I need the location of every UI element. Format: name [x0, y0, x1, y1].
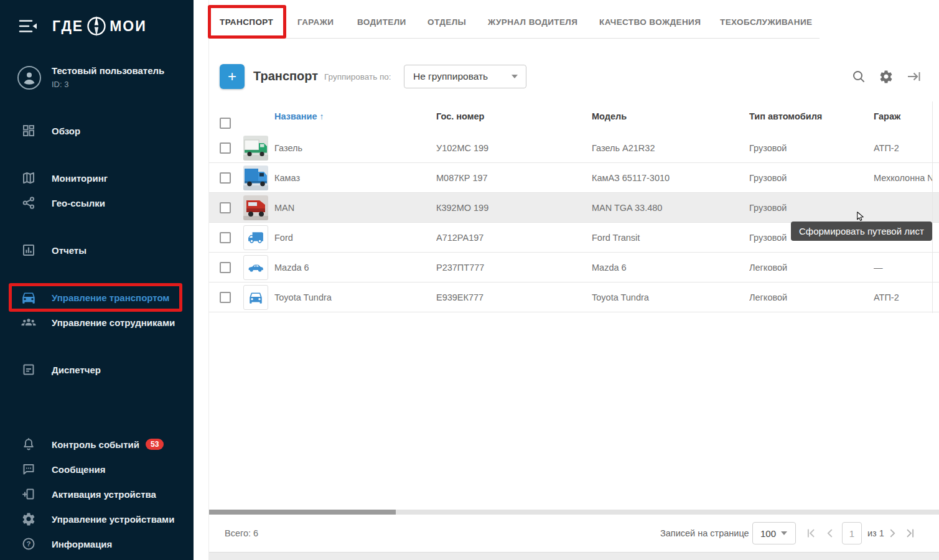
vehicle-garage: Мехколонна №	[874, 163, 932, 193]
chevron-down-icon	[781, 531, 787, 535]
column-header-name[interactable]: Название↑	[274, 111, 324, 121]
svg-text:?: ?	[26, 540, 30, 548]
collapse-panel-icon[interactable]	[906, 69, 921, 84]
tab-водители[interactable]: ВОДИТЕЛИ	[357, 17, 406, 27]
sidebar-item-label: Мониторинг	[52, 173, 108, 184]
tooltip: Сформировать путевой лист	[791, 222, 932, 241]
table-right-divider	[932, 101, 933, 313]
column-header-garage[interactable]: Гараж	[874, 111, 900, 121]
page-of-label: из 1	[867, 528, 884, 538]
table-row[interactable]: Газель У102МС 199 Газель А21R32 Грузовой…	[209, 133, 939, 163]
per-page-value: 100	[760, 528, 776, 539]
tab-журнал-водителя[interactable]: ЖУРНАЛ ВОДИТЕЛЯ	[488, 17, 577, 27]
share-icon	[21, 195, 37, 211]
sidebar-item-label: Управление транспортом	[52, 292, 169, 303]
page-number-input[interactable]	[842, 522, 862, 544]
events-count-badge: 53	[146, 439, 164, 450]
vehicle-model: Ford Transit	[592, 223, 746, 253]
table-header: Название↑ Гос. номер Модель Тип автомоби…	[209, 101, 939, 134]
horizontal-scrollbar[interactable]	[209, 510, 939, 515]
blue-truck-photo	[243, 166, 268, 190]
sidebar-item-11-управление-устройствами[interactable]: Управление устройствами	[0, 506, 194, 531]
collapse-sidebar-icon[interactable]	[18, 17, 38, 35]
vehicle-type: Грузовой	[749, 133, 871, 163]
sidebar-item-2-мониторинг[interactable]: Мониторинг	[0, 166, 194, 190]
group-by-select[interactable]: Не группировать	[404, 65, 526, 88]
sidebar-item-label: Управление сотрудниками	[52, 317, 175, 328]
row-checkbox[interactable]	[220, 142, 231, 154]
sidebar-item-3-гео-ссылки[interactable]: Гео-ссылки	[0, 190, 194, 215]
tab-гаражи[interactable]: ГАРАЖИ	[297, 17, 334, 27]
sidebar-item-5-управление-транспортом[interactable]: Управление транспортом	[0, 285, 194, 310]
vehicle-model: Toyota Tundra	[592, 282, 746, 312]
column-header-type[interactable]: Тип автомобиля	[749, 111, 822, 121]
per-page-select[interactable]: 100	[752, 522, 796, 544]
tab-отделы[interactable]: ОТДЕЛЫ	[427, 17, 466, 27]
map-icon	[21, 170, 37, 186]
search-icon[interactable]	[851, 69, 866, 84]
settings-icon[interactable]	[879, 69, 894, 84]
row-checkbox[interactable]	[220, 172, 231, 184]
vehicle-name: Ford	[274, 223, 433, 253]
content-card: ТРАНСПОРТГАРАЖИВОДИТЕЛИОТДЕЛЫЖУРНАЛ ВОДИ…	[208, 0, 939, 560]
table-row[interactable]: Mazda 6 Р237ПТ777 Mazda 6 Легковой —	[209, 253, 939, 282]
sidebar-item-label: Отчеты	[52, 245, 86, 256]
sidebar-item-label: Сообщения	[52, 464, 105, 475]
vehicle-name: MAN	[274, 193, 433, 223]
row-checkbox[interactable]	[220, 202, 231, 213]
vehicle-garage: —	[874, 253, 932, 282]
bell-icon	[21, 436, 37, 452]
last-page-button[interactable]	[903, 526, 918, 541]
sidebar-item-9-сообщения[interactable]: Сообщения	[0, 457, 194, 482]
scrollbar-thumb[interactable]	[209, 510, 396, 515]
row-checkbox[interactable]	[220, 292, 231, 303]
sidebar-item-1-обзор[interactable]: Обзор	[0, 118, 194, 143]
page-title: Транспорт	[253, 69, 318, 83]
vehicle-model: Mazda 6	[592, 253, 746, 282]
sidebar-item-10-активация-устройства[interactable]: Активация устройства	[0, 482, 194, 506]
help-icon: ?	[21, 536, 37, 552]
sidebar-item-label: Гео-ссылки	[52, 198, 105, 208]
vehicle-name: Toyota Tundra	[274, 282, 433, 312]
vehicle-model: MAN TGA 33.480	[592, 193, 746, 223]
sidebar-item-4-отчеты[interactable]: Отчеты	[0, 238, 194, 263]
group-by-value: Не группировать	[413, 71, 488, 82]
table-row[interactable]: Toyota Tundra Е939ЕК777 Toyota Tundra Ле…	[209, 282, 939, 312]
next-page-button[interactable]	[885, 526, 900, 541]
green-truck-photo	[243, 136, 268, 161]
sidebar-item-12-информация[interactable]: ?Информация	[0, 531, 194, 556]
column-header-model[interactable]: Модель	[592, 111, 627, 121]
total-count: Всего: 6	[225, 528, 258, 538]
sidebar-item-label: Контроль событий	[52, 439, 139, 450]
sidebar-item-label: Обзор	[52, 126, 80, 136]
table-row[interactable]: Камаз М087КР 197 КамАЗ 65117-3010 Грузов…	[209, 163, 939, 193]
previous-page-button[interactable]	[823, 526, 838, 541]
tab-качество-вождения[interactable]: КАЧЕСТВО ВОЖДЕНИЯ	[599, 17, 701, 27]
select-all-checkbox[interactable]	[220, 118, 231, 129]
sidebar-item-6-управление-сотрудниками[interactable]: Управление сотрудниками	[0, 310, 194, 335]
add-vehicle-button[interactable]: +	[220, 64, 245, 89]
tab-техобслуживание[interactable]: ТЕХОБСЛУЖИВАНИЕ	[720, 17, 812, 27]
sedan-side-icon	[243, 255, 268, 280]
table-row[interactable]: MAN К392МО 199 MAN TGA 33.480 Грузовой С…	[209, 193, 939, 223]
first-page-button[interactable]	[803, 526, 818, 541]
user-name: Тестовый пользователь	[52, 65, 164, 76]
row-checkbox[interactable]	[220, 232, 231, 243]
sidebar-item-7-диспетчер[interactable]: Диспетчер	[0, 357, 194, 382]
row-checkbox[interactable]	[220, 262, 231, 273]
sidebar-item-8-контроль-событий[interactable]: Контроль событий53	[0, 432, 194, 457]
bottom-strip	[209, 552, 939, 560]
vehicle-type: Легковой	[749, 253, 871, 282]
people-icon	[21, 314, 37, 330]
column-header-plate[interactable]: Гос. номер	[436, 111, 484, 121]
user-id: ID: 3	[52, 80, 68, 89]
sidebar-item-label: Информация	[52, 539, 112, 549]
vehicle-name: Mazda 6	[274, 253, 433, 282]
group-by-label: Группировать по:	[324, 72, 391, 82]
vehicle-type: Легковой	[749, 282, 871, 312]
vehicle-garage: АТП-2	[874, 282, 932, 312]
tab-транспорт[interactable]: ТРАНСПОРТ	[220, 17, 273, 27]
vehicle-type: Грузовой	[749, 193, 871, 223]
logo-text-right: МОИ	[110, 18, 147, 35]
truck-side-icon	[243, 225, 268, 250]
